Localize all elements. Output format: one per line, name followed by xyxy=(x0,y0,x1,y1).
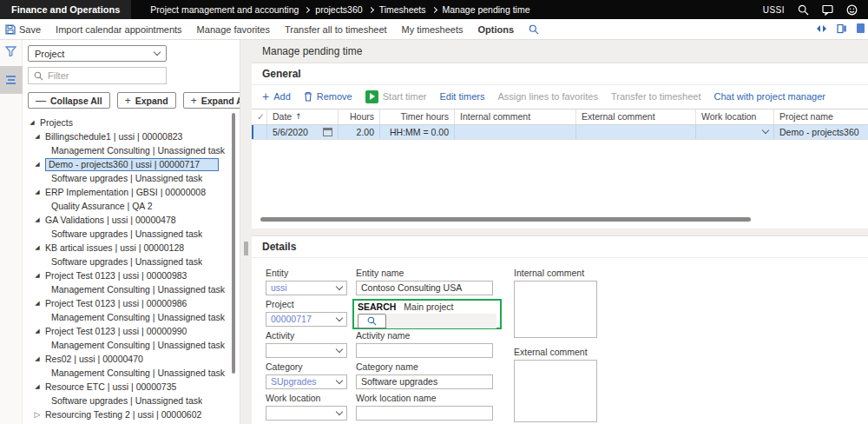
general-section-header[interactable]: General xyxy=(252,63,868,85)
manage-favorites-button[interactable]: Manage favorites xyxy=(197,24,270,35)
tree-item[interactable]: ◢KB artical issues | ussi | 00000128 xyxy=(28,241,240,255)
search-icon[interactable] xyxy=(798,4,809,16)
cell-internal-comment-column[interactable] xyxy=(455,125,576,139)
tree-item[interactable]: ◢Projects xyxy=(28,116,240,129)
activity-dropdown[interactable] xyxy=(266,343,347,358)
splitter-grip[interactable] xyxy=(244,242,248,255)
company-badge[interactable]: USSI xyxy=(763,5,785,15)
caret-expanded-icon[interactable]: ◢ xyxy=(33,328,42,335)
category-dropdown[interactable]: SUpgrades xyxy=(266,374,347,389)
remove-line-button[interactable]: Remove xyxy=(304,91,352,102)
options-menu[interactable]: Options xyxy=(478,24,515,35)
tree-item[interactable]: Management Consulting | Unassigned task xyxy=(28,338,240,352)
expand-button[interactable]: +Expand xyxy=(117,92,176,109)
tree-item[interactable]: Software upgrades | Unassigned task xyxy=(28,255,240,268)
list-view-icon[interactable] xyxy=(0,66,23,94)
collapse-all-button[interactable]: —Collapse All xyxy=(28,92,110,109)
select-all-checkbox[interactable]: ✓ xyxy=(252,109,267,124)
sidebar-scrollbar[interactable] xyxy=(232,113,235,374)
tree-item[interactable]: ▷Resourcing Testing 2 | ussi | 00000602 xyxy=(28,407,240,421)
tree-item[interactable]: Software upgrades | Unassigned task xyxy=(28,171,240,185)
cell-work-location-column[interactable] xyxy=(696,125,774,139)
work-location-dropdown[interactable] xyxy=(266,406,347,421)
caret-expanded-icon[interactable]: ◢ xyxy=(33,133,42,140)
tree-filter-field[interactable] xyxy=(28,67,167,84)
caret-expanded-icon[interactable]: ◢ xyxy=(33,161,42,168)
main-project-field[interactable] xyxy=(386,314,496,328)
caret-expanded-icon[interactable]: ◢ xyxy=(33,216,42,223)
caret-expanded-icon[interactable]: ◢ xyxy=(33,272,42,279)
transfer-all-to-timesheet-button[interactable]: Transfer all to timesheet xyxy=(285,24,387,35)
column-header-external-comment-column[interactable]: External comment xyxy=(576,109,696,124)
tree-item[interactable]: ◢ERP Implementation | GBSI | 00000008 xyxy=(28,185,240,199)
tree-item[interactable]: Management Consulting | Unassigned task xyxy=(28,366,240,380)
activity-name-field[interactable] xyxy=(356,343,493,358)
grid-data-row[interactable]: 5/6/20202.00HH:MM = 0.00Demo - projects3… xyxy=(252,125,868,140)
chat-with-project-manager-button[interactable]: Chat with project manager xyxy=(714,91,825,102)
tree-item[interactable]: ◢Resource ETC | ussi | 00000735 xyxy=(28,380,240,394)
grid-horizontal-scrollbar[interactable] xyxy=(260,217,859,222)
project-search-button[interactable] xyxy=(358,314,386,328)
breadcrumb-section[interactable]: Timesheets xyxy=(379,4,426,15)
save-button[interactable]: Save xyxy=(5,24,41,35)
tree-item[interactable]: Software upgrades | Unassigned task xyxy=(28,227,240,241)
internal-comment-textarea[interactable] xyxy=(514,281,597,338)
tree-item[interactable]: Software upgrades | Unassigned task xyxy=(28,394,240,407)
tree-item[interactable]: Management Consulting | Unassigned task xyxy=(28,143,240,157)
caret-expanded-icon[interactable]: ◢ xyxy=(33,189,42,195)
view-selector-dropdown[interactable]: Project xyxy=(28,45,167,62)
category-name-field[interactable]: Software upgrades xyxy=(356,374,493,389)
edit-timers-button[interactable]: Edit timers xyxy=(439,91,484,102)
tree-item[interactable]: Management Consulting | Unassigned task xyxy=(28,282,240,296)
tree-item[interactable]: ◢Project Test 0123 | ussi | 00000983 xyxy=(28,268,240,282)
column-header-project-name-column[interactable]: Project name xyxy=(774,109,868,124)
caret-expanded-icon[interactable]: ◢ xyxy=(33,355,42,362)
cell-timer-hours-column[interactable]: HH:MM = 0.00 xyxy=(380,125,455,139)
column-header-date-column[interactable]: Date↑ xyxy=(267,109,339,124)
feedback-smiley-icon[interactable] xyxy=(846,4,858,16)
row-select-cell[interactable] xyxy=(252,125,267,139)
entity-name-field[interactable]: Contoso Consulting USA xyxy=(356,281,493,295)
filter-icon[interactable] xyxy=(5,46,16,58)
pane-splitter[interactable] xyxy=(240,40,252,424)
expand-all-button[interactable]: +Expand All xyxy=(183,92,240,109)
assign-lines-to-favorites-button[interactable]: Assign lines to favorites xyxy=(497,91,598,102)
entity-dropdown[interactable]: ussi xyxy=(266,281,347,295)
collapse-pane-icon[interactable] xyxy=(816,24,827,35)
tree-filter-input[interactable] xyxy=(48,70,152,81)
caret-collapsed-icon[interactable]: ▷ xyxy=(33,410,42,419)
cell-date-column[interactable]: 5/6/2020 xyxy=(267,125,339,139)
add-line-button[interactable]: +Add xyxy=(262,90,291,103)
cell-project-name-column[interactable]: Demo - projects360 xyxy=(774,125,868,139)
side-panel-icon[interactable] xyxy=(857,23,867,36)
caret-expanded-icon[interactable]: ◢ xyxy=(33,244,42,251)
tree-item[interactable]: Quality Assurance | QA 2 xyxy=(28,199,240,213)
column-header-timer-hours-column[interactable]: Timer hours xyxy=(380,109,455,124)
caret-expanded-icon[interactable]: ◢ xyxy=(28,119,36,126)
action-search-icon[interactable] xyxy=(529,24,539,35)
open-in-new-window-icon[interactable] xyxy=(837,23,847,36)
cell-hours-column[interactable]: 2.00 xyxy=(339,125,380,139)
details-section-header[interactable]: Details xyxy=(252,236,868,258)
caret-expanded-icon[interactable]: ◢ xyxy=(33,383,42,390)
start-timer-button[interactable]: Start timer xyxy=(365,90,427,103)
app-name[interactable]: Finance and Operations xyxy=(0,0,131,19)
tree-item[interactable]: Management Consulting | Unassigned task xyxy=(28,310,240,324)
column-header-internal-comment-column[interactable]: Internal comment xyxy=(455,109,576,124)
tree-item[interactable]: ◢Project Test 0123 | ussi | 00000986 xyxy=(28,296,240,310)
import-calendar-appointments-button[interactable]: Import calendar appointments xyxy=(56,24,182,35)
tree-item[interactable]: ◢GA Validations | ussi | 00000478 xyxy=(28,213,240,227)
tree-item[interactable]: ◢Billingschedule1 | ussi | 00000823 xyxy=(28,129,240,143)
column-header-hours-column[interactable]: Hours xyxy=(339,109,380,124)
tree-item[interactable]: ◢Project Test 0123 | ussi | 00000990 xyxy=(28,324,240,338)
transfer-to-timesheet-button[interactable]: Transfer to timesheet xyxy=(611,91,701,102)
work-location-name-field[interactable] xyxy=(356,406,493,421)
breadcrumb-area[interactable]: projects360 xyxy=(315,4,362,15)
scrollbar-thumb[interactable] xyxy=(260,217,751,222)
breadcrumb-module[interactable]: Project management and accounting xyxy=(150,4,299,15)
cell-external-comment-column[interactable] xyxy=(576,125,696,139)
caret-expanded-icon[interactable]: ◢ xyxy=(33,300,42,307)
chat-icon[interactable] xyxy=(822,4,833,16)
column-header-work-location-column[interactable]: Work location xyxy=(696,109,774,124)
external-comment-textarea[interactable] xyxy=(514,360,597,422)
